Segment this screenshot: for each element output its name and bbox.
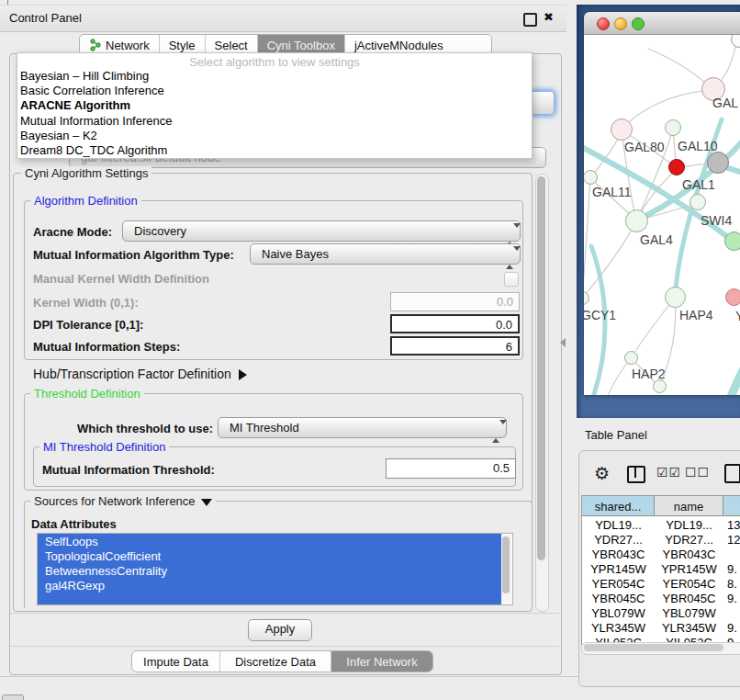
dropdown-item[interactable]: Dream8 DC_TDC Algorithm	[20, 143, 525, 158]
cell[interactable]	[727, 548, 740, 562]
cell[interactable]: 9.	[727, 592, 740, 606]
cell[interactable]: YPR145W	[582, 562, 655, 577]
network-window[interactable]: GAL GAL80 GAL10 GAL11 GAL1 SWI4 GAL4 GCY…	[584, 12, 740, 395]
cell[interactable]: 13	[727, 518, 740, 533]
aracne-mode-combo[interactable]: Discovery	[122, 220, 521, 242]
list-scrollbar[interactable]	[501, 535, 511, 604]
inference-algorithm-combo-fragment[interactable]	[529, 91, 555, 115]
node-gal10[interactable]	[665, 119, 681, 136]
node-hap2[interactable]	[624, 351, 638, 365]
cell[interactable]: YER054C	[582, 577, 655, 592]
new-table-icon-fragment[interactable]	[724, 464, 740, 483]
data-attributes-label: Data Attributes	[31, 517, 117, 531]
cell[interactable]: YBL079W	[655, 606, 723, 621]
mi-type-label: Mutual Information Algorithm Type:	[33, 248, 234, 262]
list-item[interactable]: TopologicalCoefficient	[45, 549, 161, 564]
network-view-frame[interactable]: GAL GAL80 GAL10 GAL11 GAL1 SWI4 GAL4 GCY…	[577, 5, 740, 418]
hub-definition-label: Hub/Transcription Factor Definition	[33, 367, 231, 381]
manual-kernel-checkbox[interactable]	[504, 272, 519, 287]
float-window-icon[interactable]	[523, 13, 537, 27]
tab-label: Select	[215, 39, 248, 52]
algorithm-dropdown-popup: Select algorithm to view settings Bayesi…	[17, 52, 533, 159]
node-gal1[interactable]	[690, 194, 706, 210]
select-all-checkboxes-icon[interactable]: ☑☑	[656, 465, 681, 480]
mi-threshold-field[interactable]: 0.5	[386, 458, 516, 479]
list-item[interactable]: BetweennessCentrality	[45, 564, 167, 579]
sources-toggle[interactable]: Sources for Network Inference	[30, 494, 216, 508]
node-partial-bottom[interactable]	[653, 379, 667, 393]
zoom-traffic-light-icon[interactable]	[632, 17, 645, 30]
column-selector-icon[interactable]	[627, 466, 645, 483]
cell[interactable]: YDR27...	[655, 533, 723, 548]
minimize-traffic-light-icon[interactable]	[614, 17, 627, 30]
settings-scrollbar[interactable]	[535, 174, 549, 612]
mi-type-combo[interactable]: Naive Bayes	[250, 243, 521, 265]
mi-steps-label: Mutual Information Steps:	[33, 340, 180, 354]
dropdown-item-selected[interactable]: ARACNE Algorithm	[20, 98, 525, 113]
node-swi4[interactable]	[724, 231, 740, 251]
mi-steps-field[interactable]: 6	[390, 336, 520, 356]
tab-impute-data[interactable]: Impute Data	[132, 651, 220, 672]
dpi-tolerance-field[interactable]: 0.0	[390, 314, 520, 333]
column-header-name[interactable]: name	[655, 496, 723, 516]
node-table[interactable]: shared... name YDL19... YDL19... 13 YDR2…	[581, 495, 740, 645]
node-label: HAP4	[679, 308, 713, 322]
cell[interactable]: YDR27...	[582, 533, 655, 548]
cell[interactable]: YBR043C	[582, 548, 655, 562]
cell[interactable]: YLR345W	[655, 621, 723, 636]
cell[interactable]: 9.	[727, 562, 740, 577]
cell[interactable]: YLR345W	[582, 621, 655, 636]
close-icon[interactable]: ✖	[544, 10, 554, 24]
settings-scrollbar-thumb[interactable]	[537, 176, 545, 560]
list-scrollbar-thumb[interactable]	[502, 536, 510, 593]
data-attributes-list[interactable]: SelfLoops TopologicalCoefficient Between…	[37, 533, 513, 605]
dropdown-item[interactable]: Basic Correlation Inference	[20, 84, 525, 98]
dropdown-item[interactable]: Mutual Information Inference	[20, 114, 525, 129]
dropdown-placeholder: Select algorithm to view settings	[17, 55, 532, 69]
dropdown-item[interactable]: Bayesian – Hill Climbing	[20, 69, 525, 84]
cell[interactable]: YPR145W	[655, 562, 723, 577]
cell[interactable]: YBR045C	[582, 592, 655, 606]
cell[interactable]: YER054C	[655, 577, 723, 592]
cell[interactable]: 9.	[727, 621, 740, 636]
cell[interactable]: YDL19...	[655, 518, 723, 533]
cell[interactable]: YBR045C	[655, 592, 723, 606]
list-item[interactable]: SelfLoops	[45, 535, 98, 549]
cell[interactable]: YBR043C	[655, 548, 723, 562]
hub-definition-toggle[interactable]: Hub/Transcription Factor Definition	[33, 367, 247, 381]
cell[interactable]	[727, 606, 740, 621]
cell[interactable]: YBL079W	[582, 606, 655, 621]
network-canvas[interactable]: GAL GAL80 GAL10 GAL11 GAL1 SWI4 GAL4 GCY…	[584, 35, 740, 395]
list-item[interactable]: gal4RGexp	[45, 579, 105, 593]
splitter-collapse-arrow[interactable]	[560, 338, 566, 347]
cell[interactable]: YDL19...	[582, 518, 655, 533]
deselect-all-checkboxes-icon[interactable]: ☐☐	[685, 465, 710, 480]
node-gal4[interactable]	[625, 209, 648, 232]
node-gray[interactable]	[707, 152, 729, 174]
table-hscrollbar[interactable]	[581, 642, 740, 655]
node-salmon[interactable]	[725, 288, 740, 306]
node-gal80[interactable]	[611, 119, 633, 141]
cell[interactable]: 12	[727, 533, 740, 548]
cell[interactable]: 8.	[727, 577, 740, 592]
tab-infer-network[interactable]: Infer Network	[331, 651, 432, 672]
bottom-left-button-fragment[interactable]	[2, 694, 24, 700]
node-selected-red[interactable]	[668, 159, 685, 175]
apply-button[interactable]: Apply	[248, 619, 312, 641]
column-header-shared-name[interactable]: shared...	[582, 496, 655, 516]
close-traffic-light-icon[interactable]	[597, 17, 610, 30]
table-hscrollbar-thumb[interactable]	[584, 644, 723, 651]
which-threshold-combo[interactable]: MI Threshold	[218, 417, 507, 438]
control-panel-title: Control Panel	[9, 11, 82, 25]
gear-icon[interactable]: ⚙	[594, 463, 610, 484]
network-window-titlebar[interactable]	[584, 12, 740, 35]
table-panel: ⚙ ☑☑ ☐☐ shared... name YDL19... YDL19...…	[578, 450, 740, 687]
which-threshold-value: MI Threshold	[230, 421, 299, 435]
expand-right-icon	[239, 369, 247, 380]
dropdown-item[interactable]: Bayesian – K2	[20, 129, 525, 143]
node-hap4[interactable]	[665, 287, 686, 308]
column-header-cut[interactable]	[723, 496, 740, 516]
tab-discretize-data[interactable]: Discretize Data	[220, 651, 331, 672]
kernel-width-label: Kernel Width (0,1):	[33, 296, 139, 310]
kernel-width-field[interactable]: 0.0	[390, 292, 520, 311]
